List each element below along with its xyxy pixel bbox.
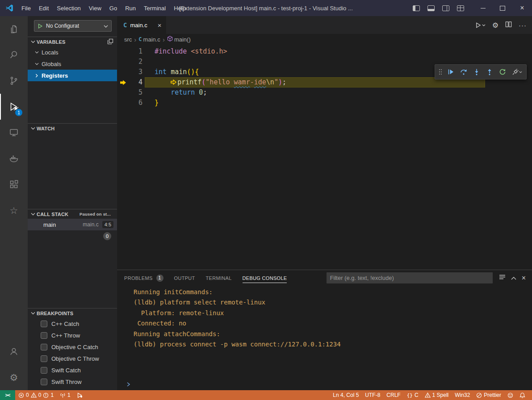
- explorer-icon[interactable]: [0, 16, 28, 42]
- collapse-all-icon[interactable]: [107, 38, 113, 46]
- feedback-smiley-icon[interactable]: [504, 390, 516, 400]
- debug-console-output[interactable]: Running initCommands:(lldb) platform sel…: [117, 286, 532, 390]
- minimize-button[interactable]: [473, 0, 493, 16]
- customize-layout-icon[interactable]: [457, 5, 464, 11]
- breakpoint-gutter[interactable]: [117, 98, 129, 108]
- tab-main-c[interactable]: C main.c ×: [117, 16, 166, 34]
- code-line-5[interactable]: 5 return 0;: [117, 88, 532, 98]
- variables-item-registers[interactable]: Registers: [28, 70, 117, 81]
- breakpoint-checkbox[interactable]: [41, 344, 47, 350]
- code-editor[interactable]: 1#include <stdio.h>23int main(){4 printf…: [117, 45, 532, 270]
- accounts-icon[interactable]: [0, 338, 28, 364]
- menu-selection[interactable]: Selection: [53, 0, 84, 16]
- tab-terminal[interactable]: TERMINAL: [206, 270, 232, 286]
- breakpoint-gutter[interactable]: [117, 88, 129, 98]
- console-filter-input[interactable]: [327, 272, 493, 283]
- source-control-icon[interactable]: [0, 68, 28, 94]
- debug-config-dropdown[interactable]: No Configurat: [34, 20, 112, 32]
- window-title: [Extension Development Host] main.c - te…: [179, 5, 352, 12]
- run-file-button[interactable]: [475, 22, 486, 29]
- stack-frame-row[interactable]: main main.c 4:5: [28, 219, 117, 230]
- language-mode[interactable]: {} C: [404, 390, 422, 400]
- extensions-icon[interactable]: [0, 171, 28, 197]
- breakpoint-row-c-throw[interactable]: C++ Throw: [28, 329, 117, 341]
- menu-file[interactable]: File: [17, 0, 35, 16]
- menu-go[interactable]: Go: [105, 0, 121, 16]
- more-actions-icon[interactable]: ···: [519, 21, 527, 29]
- breakpoint-row-c-catch[interactable]: C++ Catch: [28, 318, 117, 329]
- continue-icon[interactable]: [445, 66, 457, 78]
- variables-item-locals[interactable]: Locals: [28, 46, 117, 58]
- watch-header-label: WATCH: [37, 126, 55, 131]
- maximize-button[interactable]: [493, 0, 512, 16]
- eol-selector[interactable]: CRLF: [383, 390, 403, 400]
- breadcrumb-folder[interactable]: src: [124, 36, 132, 43]
- run-and-debug-icon[interactable]: 1: [0, 94, 28, 120]
- toggle-panel-icon[interactable]: [427, 5, 435, 11]
- platform-status[interactable]: Win32: [452, 390, 473, 400]
- variables-section-header[interactable]: VARIABLES: [28, 37, 117, 46]
- breakpoint-gutter[interactable]: [117, 67, 129, 77]
- step-over-icon[interactable]: [458, 66, 469, 78]
- breakpoint-checkbox[interactable]: [41, 321, 47, 327]
- console-prompt[interactable]: [126, 382, 131, 387]
- settings-gear-icon[interactable]: ⚙: [0, 364, 28, 390]
- docker-icon[interactable]: [0, 146, 28, 171]
- vscode-logo-icon[interactable]: [5, 4, 14, 12]
- breadcrumb-symbol[interactable]: main(): [174, 36, 191, 43]
- breakpoint-gutter[interactable]: [117, 57, 129, 67]
- restart-icon[interactable]: [497, 66, 508, 78]
- breakpoint-row-swift-throw[interactable]: Swift Throw: [28, 376, 117, 388]
- menu-run[interactable]: Run: [121, 0, 140, 16]
- gear-icon[interactable]: ⚙: [492, 21, 498, 29]
- tab-output[interactable]: OUTPUT: [174, 270, 195, 286]
- star-icon[interactable]: ☆: [0, 197, 28, 223]
- ports-status[interactable]: 1: [57, 390, 74, 400]
- breakpoint-label: Objective C Catch: [51, 344, 98, 350]
- inline-breakpoint-icon[interactable]: [171, 78, 177, 86]
- breakpoint-checkbox[interactable]: [41, 379, 47, 385]
- menu-view[interactable]: View: [85, 0, 105, 16]
- cursor-position[interactable]: Ln 4, Col 5: [330, 390, 362, 400]
- menu-edit[interactable]: Edit: [35, 0, 53, 16]
- close-window-button[interactable]: ×: [512, 0, 532, 16]
- formatter-status[interactable]: Prettier: [473, 390, 504, 400]
- watch-section-header[interactable]: WATCH: [28, 123, 117, 133]
- toggle-sidebar-icon[interactable]: [413, 5, 420, 11]
- step-into-icon[interactable]: [471, 66, 482, 78]
- maximize-panel-icon[interactable]: [511, 275, 516, 281]
- breakpoint-gutter[interactable]: [117, 46, 129, 57]
- close-tab-icon[interactable]: ×: [158, 21, 162, 29]
- problems-status[interactable]: 0 0 1: [15, 390, 57, 400]
- encoding-selector[interactable]: UTF-8: [362, 390, 383, 400]
- search-icon[interactable]: [0, 42, 28, 68]
- split-editor-icon[interactable]: [505, 21, 512, 29]
- breakpoints-section-header[interactable]: BREAKPOINTS: [28, 308, 117, 318]
- remote-explorer-icon[interactable]: [0, 120, 28, 146]
- code-line-6[interactable]: 6}: [117, 98, 532, 108]
- terminal-label: TERMINAL: [206, 275, 232, 281]
- tab-debug-console[interactable]: DEBUG CONSOLE: [243, 270, 287, 286]
- toggle-secondary-sidebar-icon[interactable]: [442, 5, 449, 11]
- variables-item-globals[interactable]: Globals: [28, 58, 117, 70]
- breadcrumb-file[interactable]: main.c: [143, 36, 160, 43]
- notifications-bell-icon[interactable]: [516, 390, 528, 400]
- breakpoint-checkbox[interactable]: [41, 367, 47, 374]
- console-menu-icon[interactable]: [499, 275, 506, 281]
- breakpoint-checkbox[interactable]: [41, 355, 47, 362]
- disconnect-icon[interactable]: [510, 66, 524, 78]
- step-out-icon[interactable]: [484, 66, 495, 78]
- toolbar-grip[interactable]: [437, 66, 444, 78]
- code-line-1[interactable]: 1#include <stdio.h>: [117, 46, 532, 57]
- breakpoint-checkbox[interactable]: [41, 332, 47, 339]
- breakpoint-row-objective-c-catch[interactable]: Objective C Catch: [28, 341, 117, 353]
- breakpoint-row-objective-c-throw[interactable]: Objective C Throw: [28, 353, 117, 364]
- close-panel-icon[interactable]: ×: [522, 274, 526, 282]
- debug-status[interactable]: [74, 390, 86, 400]
- tab-problems[interactable]: PROBLEMS 1: [124, 270, 163, 286]
- breakpoint-row-swift-catch[interactable]: Swift Catch: [28, 364, 117, 376]
- remote-indicator[interactable]: ><: [0, 390, 15, 400]
- menu-terminal[interactable]: Terminal: [140, 0, 170, 16]
- call-stack-section-header[interactable]: CALL STACK Paused on st...: [28, 209, 117, 219]
- spell-checker-status[interactable]: 1 Spell: [422, 390, 452, 400]
